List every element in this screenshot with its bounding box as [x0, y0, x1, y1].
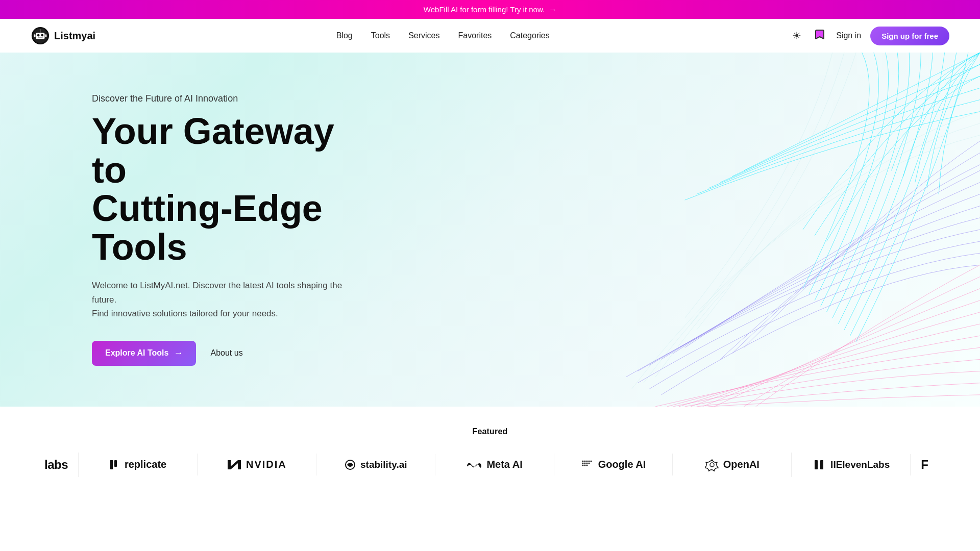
svg-point-26: [590, 460, 592, 462]
banner-link[interactable]: →: [549, 5, 556, 14]
svg-point-25: [588, 462, 590, 464]
about-us-link[interactable]: About us: [210, 348, 242, 358]
hero-title: Your Gateway to Cutting-Edge Tools: [92, 112, 357, 266]
nav-links: Blog Tools Services Favorites Categories: [336, 31, 550, 40]
logo-stability-ai: stability.ai: [316, 454, 435, 475]
bookmark-button[interactable]: [813, 27, 827, 45]
svg-point-3: [37, 34, 40, 37]
elevenlabs-icon: [812, 459, 826, 470]
hero-content: Discover the Future of AI Innovation You…: [0, 53, 357, 407]
svg-rect-8: [34, 34, 36, 37]
banner-text: WebFill AI for form filling! Try it now.: [424, 5, 545, 14]
openai-icon: [705, 458, 719, 472]
nav-tools[interactable]: Tools: [371, 31, 390, 40]
svg-point-27: [710, 463, 714, 467]
featured-label: Featured: [0, 427, 980, 436]
stability-icon: [344, 459, 356, 470]
logo-elevenlabs: IIElevenLabs: [792, 454, 911, 475]
svg-rect-12: [110, 460, 113, 463]
svg-point-19: [584, 462, 585, 464]
svg-point-4: [41, 34, 43, 37]
google-ai-icon: [581, 459, 594, 470]
logo-openai: OpenAI: [673, 453, 792, 477]
logo-labs: labs: [0, 453, 79, 477]
svg-point-7: [40, 29, 41, 31]
svg-rect-2: [36, 33, 44, 39]
hero-title-line1: Your Gateway to: [92, 111, 334, 190]
meta-icon: [466, 459, 482, 470]
logo-meta-ai: Meta AI: [435, 454, 554, 475]
nav-categories[interactable]: Categories: [510, 31, 549, 40]
nav-blog[interactable]: Blog: [336, 31, 353, 40]
svg-rect-5: [38, 37, 43, 38]
bookmark-icon: [815, 29, 825, 43]
replicate-icon: [109, 459, 120, 470]
svg-point-23: [586, 464, 587, 466]
svg-point-24: [588, 460, 590, 462]
theme-toggle-button[interactable]: ☀: [790, 28, 803, 44]
svg-marker-13: [228, 460, 241, 469]
svg-point-21: [582, 464, 583, 466]
logo-area: Listmyai: [31, 26, 95, 45]
sun-icon: ☀: [792, 30, 801, 42]
logo-icon: [31, 26, 50, 45]
svg-rect-11: [114, 460, 117, 467]
hero-description: Welcome to ListMyAI.net. Discover the la…: [92, 279, 347, 320]
navbar: Listmyai Blog Tools Services Favorites C…: [0, 19, 980, 53]
logo-text: Listmyai: [54, 30, 95, 42]
svg-point-16: [584, 460, 585, 462]
top-banner: WebFill AI for form filling! Try it now.…: [0, 0, 980, 19]
svg-point-22: [584, 464, 585, 466]
logo-nvidia: NVIDIA: [198, 454, 316, 475]
navbar-actions: ☀ Sign in Sign up for free: [790, 27, 949, 45]
hero-buttons: Explore AI Tools → About us: [92, 341, 357, 366]
logo-replicate: replicate: [79, 454, 198, 475]
featured-section: Featured labs replicate NVIDIA: [0, 407, 980, 487]
arrow-right-icon: →: [174, 348, 183, 359]
hero-subtitle: Discover the Future of AI Innovation: [92, 93, 357, 104]
svg-point-15: [582, 460, 583, 462]
svg-point-17: [586, 460, 587, 462]
svg-point-18: [582, 462, 583, 464]
logos-strip: labs replicate NVIDIA stabili: [0, 453, 980, 477]
svg-rect-29: [820, 460, 823, 469]
hero-title-line2: Cutting-Edge Tools: [92, 188, 323, 267]
svg-rect-28: [815, 460, 818, 469]
explore-ai-tools-button[interactable]: Explore AI Tools →: [92, 341, 196, 366]
signup-button[interactable]: Sign up for free: [870, 27, 949, 45]
nvidia-icon: [227, 459, 242, 470]
hero-section: .line-cyan { stroke: #00e5ff; stroke-wid…: [0, 53, 980, 407]
svg-rect-6: [40, 31, 41, 33]
logo-partial-right: F: [911, 453, 980, 477]
logo-google-ai: Google AI: [554, 454, 673, 475]
nav-services[interactable]: Services: [408, 31, 439, 40]
nav-favorites[interactable]: Favorites: [458, 31, 492, 40]
signin-button[interactable]: Sign in: [836, 31, 861, 40]
svg-rect-9: [45, 34, 47, 37]
hero-background-art: .line-cyan { stroke: #00e5ff; stroke-wid…: [419, 53, 980, 407]
svg-point-20: [586, 462, 587, 464]
